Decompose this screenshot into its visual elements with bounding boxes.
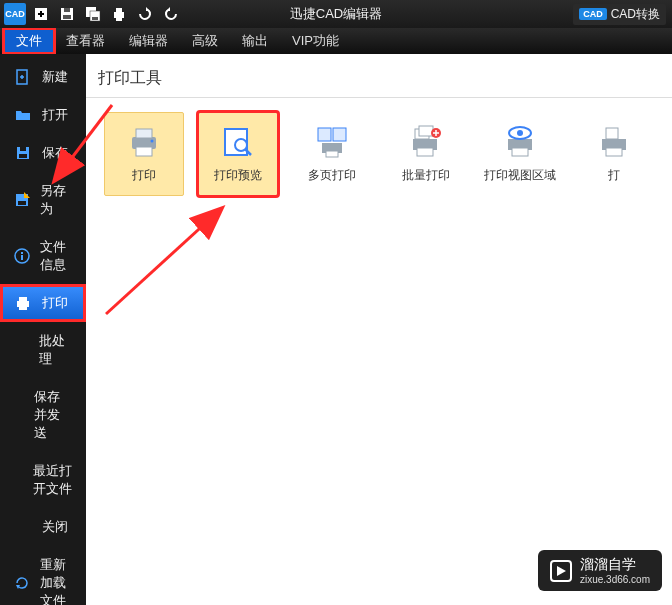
cad-convert-button[interactable]: CAD CAD转换 [573,4,666,25]
tool-viewport[interactable]: 打印视图区域 [480,112,560,196]
menu-item-3[interactable]: 高级 [180,29,230,53]
reload-icon [14,574,30,592]
svg-rect-53 [419,126,433,136]
save-as-icon [14,191,30,209]
svg-rect-4 [63,15,71,19]
file-menu-dropdown: 新建打开保存另存为文件信息打印批处理保存并发送最近打开文件关闭重新加载文件选项 [0,54,86,605]
tool-preview[interactable]: 打印预览 [198,112,278,196]
tool-multipage[interactable]: 多页打印 [292,112,372,196]
svg-rect-49 [326,151,338,157]
file-menu-item-label: 最近打开文件 [33,462,72,498]
menubar: 文件查看器编辑器高级输出VIP功能 [0,28,672,54]
file-menu-item-batch[interactable]: 批处理 [0,322,86,378]
svg-rect-63 [606,128,618,139]
watermark: 溜溜自学 zixue.3d66.com [538,550,662,591]
previewfile-icon [597,125,631,159]
svg-marker-12 [146,7,150,11]
svg-rect-62 [606,148,622,156]
quick-access-toolbar: CAD [4,3,182,25]
menu-item-1[interactable]: 查看器 [54,29,117,53]
file-menu-item-info[interactable]: 文件信息 [0,228,86,284]
app-logo[interactable]: CAD [4,3,26,25]
cad-pill-icon: CAD [579,8,607,20]
tool-label: 打印 [132,167,156,184]
svg-marker-68 [557,566,566,576]
undo-icon[interactable] [134,3,156,25]
tool-label: 打 [608,167,620,184]
menu-item-2[interactable]: 编辑器 [117,29,180,53]
tool-previewfile[interactable]: 打 [574,112,654,196]
file-menu-item-send[interactable]: 保存并发送 [0,378,86,452]
tool-batchprint[interactable]: 批量打印 [386,112,466,196]
send-icon [14,406,24,424]
titlebar: CAD 迅捷CAD编辑器 CAD CAD转换 [0,0,672,28]
svg-marker-22 [24,192,30,198]
svg-rect-2 [40,11,42,17]
multipage-icon [315,125,349,159]
tool-label: 多页打印 [308,167,356,184]
print-icon [14,294,32,312]
svg-rect-47 [333,128,346,141]
svg-rect-25 [21,252,23,254]
file-menu-item-label: 保存并发送 [34,388,72,442]
redo-icon[interactable] [160,3,182,25]
panel-title: 打印工具 [86,54,672,97]
tool-printer[interactable]: 打印 [104,112,184,196]
watermark-main: 溜溜自学 [580,556,650,574]
batch-icon [14,341,29,359]
svg-rect-27 [19,297,27,301]
svg-point-60 [517,130,523,136]
recent-icon [14,471,23,489]
svg-rect-41 [136,147,152,156]
content-panel: 打印工具 打印打印预览多页打印批量打印打印视图区域打 [86,54,672,605]
svg-rect-19 [20,147,26,151]
svg-rect-51 [417,148,433,156]
preview-icon [221,125,255,159]
svg-rect-28 [19,306,27,310]
file-menu-item-label: 文件信息 [40,238,72,274]
svg-rect-10 [116,8,122,12]
file-menu-item-label: 保存 [42,144,68,162]
file-menu-item-recent[interactable]: 最近打开文件 [0,452,86,508]
file-menu-item-label: 关闭 [42,518,68,536]
svg-line-65 [106,209,221,314]
svg-rect-21 [18,201,26,205]
save-icon [14,144,32,162]
watermark-sub: zixue.3d66.com [580,574,650,585]
svg-marker-13 [166,7,170,11]
new-file-icon[interactable] [30,3,52,25]
svg-point-42 [151,139,154,142]
svg-rect-46 [318,128,331,141]
info-icon [14,247,30,265]
svg-rect-5 [64,8,70,12]
viewport-icon [503,125,537,159]
folder-open-icon [14,106,32,124]
print-tools-row: 打印打印预览多页打印批量打印打印视图区域打 [86,106,672,202]
file-menu-item-print[interactable]: 打印 [0,284,86,322]
svg-rect-24 [21,255,23,260]
file-menu-item-label: 另存为 [40,182,72,218]
printer-icon [127,125,161,159]
menu-item-5[interactable]: VIP功能 [280,29,351,53]
menu-item-4[interactable]: 输出 [230,29,280,53]
save-icon[interactable] [56,3,78,25]
watermark-icon [550,560,572,582]
svg-rect-11 [116,17,122,21]
panel-divider [86,97,672,98]
file-menu-item-label: 打开 [42,106,68,124]
file-menu-item-label: 重新加载文件 [40,556,72,605]
file-menu-item-file-plus[interactable]: 新建 [0,58,86,96]
file-menu-item-folder-open[interactable]: 打开 [0,96,86,134]
menu-item-0[interactable]: 文件 [4,29,54,53]
tool-label: 批量打印 [402,167,450,184]
file-menu-item-reload[interactable]: 重新加载文件 [0,546,86,605]
file-menu-item-close[interactable]: 关闭 [0,508,86,546]
svg-rect-40 [136,129,152,138]
file-menu-item-save-as[interactable]: 另存为 [0,172,86,228]
save-all-icon[interactable] [82,3,104,25]
file-menu-item-save[interactable]: 保存 [0,134,86,172]
tool-label: 打印视图区域 [484,167,556,184]
print-icon[interactable] [108,3,130,25]
tool-label: 打印预览 [214,167,262,184]
cad-convert-label: CAD转换 [611,6,660,23]
